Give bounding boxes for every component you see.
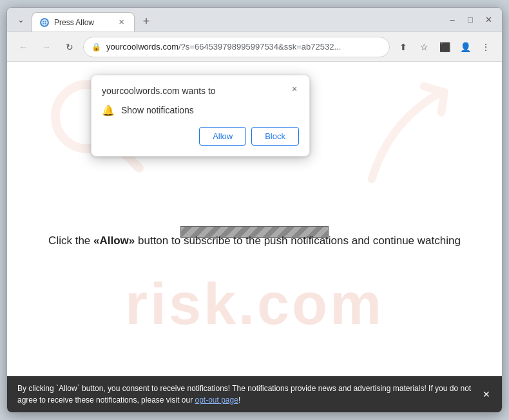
window-controls-right: – □ ✕ <box>444 12 497 28</box>
address-text: yourcoolwords.com/?s=664539798995997534&… <box>106 42 381 52</box>
tab-area: Press Allow ✕ + <box>32 8 444 32</box>
close-button[interactable]: ✕ <box>480 12 497 28</box>
browser-window: ⌄ Press Allow ✕ + – □ ✕ ← <box>6 7 503 413</box>
opt-out-link[interactable]: opt-out page <box>195 396 238 405</box>
bell-icon: 🔔 <box>102 104 115 117</box>
dialog-option: 🔔 Show notifications <box>102 104 299 117</box>
title-bar: ⌄ Press Allow ✕ + – □ ✕ <box>7 8 502 32</box>
bottom-bar-close-button[interactable]: ✕ <box>479 387 494 402</box>
share-icon[interactable]: ⬆ <box>394 37 413 57</box>
dialog-title: yourcoolwords.com wants to <box>102 86 299 96</box>
url-path: /?s=664539798995997534&ssk=ab72532... <box>178 42 341 52</box>
bookmark-icon[interactable]: ☆ <box>414 37 434 57</box>
bottom-notification-bar: By clicking `Allow` button, you consent … <box>7 376 502 412</box>
nav-bar: ← → ↻ 🔒 yourcoolwords.com/?s=66453979899… <box>7 32 502 62</box>
minimize-button[interactable]: – <box>444 12 461 28</box>
allow-button[interactable]: Allow <box>199 127 246 146</box>
dialog-close-button[interactable]: × <box>287 82 302 96</box>
watermark-area: risk.com Click the «Allow» button to sub… <box>7 62 502 376</box>
allow-highlight: «Allow» <box>93 234 135 247</box>
tab-search-icon[interactable]: ⬛ <box>435 37 454 57</box>
instruction-text: Click the «Allow» button to subscribe to… <box>7 234 502 247</box>
maximize-button[interactable]: □ <box>462 12 479 28</box>
tab-favicon-icon <box>40 18 49 27</box>
tab-close-button[interactable]: ✕ <box>116 17 126 28</box>
bottom-bar-text-before: By clicking `Allow` button, you consent … <box>17 384 471 405</box>
reload-button[interactable]: ↻ <box>60 37 79 57</box>
notification-dialog: × yourcoolwords.com wants to 🔔 Show noti… <box>91 75 310 157</box>
url-domain: yourcoolwords.com <box>106 42 178 52</box>
watermark-risk-text: risk.com <box>125 271 384 338</box>
address-bar[interactable]: 🔒 yourcoolwords.com/?s=66453979899599753… <box>83 37 390 57</box>
menu-icon[interactable]: ⋮ <box>476 37 495 57</box>
bottom-bar-text-after: ! <box>238 396 240 405</box>
browser-content: risk.com Click the «Allow» button to sub… <box>7 62 502 412</box>
watermark-arrow-icon <box>360 75 476 191</box>
active-tab[interactable]: Press Allow ✕ <box>32 12 135 32</box>
lock-icon: 🔒 <box>91 43 101 52</box>
account-icon[interactable]: 👤 <box>456 37 475 57</box>
tab-title: Press Allow <box>54 18 111 27</box>
nav-actions: ⬆ ☆ ⬛ 👤 ⋮ <box>394 37 495 57</box>
block-button[interactable]: Block <box>251 127 299 146</box>
new-tab-button[interactable]: + <box>137 12 155 30</box>
window-controls-left: ⌄ <box>12 12 29 28</box>
dialog-buttons: Allow Block <box>102 127 299 146</box>
show-notifications-label: Show notifications <box>121 105 194 115</box>
chevron-down-icon[interactable]: ⌄ <box>12 12 29 28</box>
forward-button[interactable]: → <box>37 37 56 57</box>
back-button[interactable]: ← <box>14 37 33 57</box>
